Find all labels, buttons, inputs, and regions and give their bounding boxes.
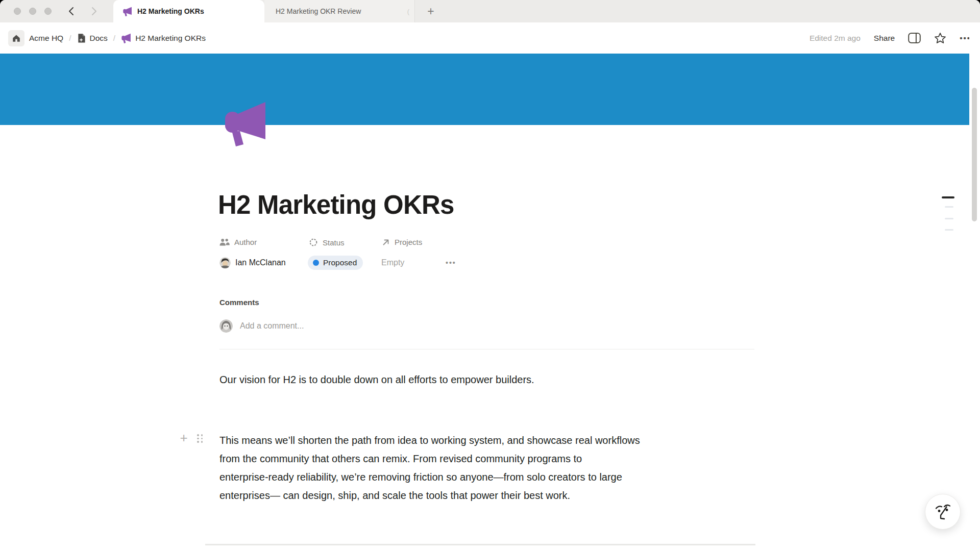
scrollbar-track [969, 22, 980, 551]
breadcrumb-item-workspace[interactable]: Acme HQ [29, 34, 63, 43]
outline-indicator[interactable] [945, 218, 953, 219]
megaphone-icon [121, 33, 131, 43]
breadcrumb-separator: / [68, 34, 72, 43]
outline-indicator-active[interactable] [942, 196, 954, 198]
app-window: H2 Marketing OKRs H2 Marketing OKR Revie… [0, 0, 980, 551]
comment-input-row[interactable]: Add a comment... [219, 319, 304, 333]
traffic-light-close[interactable] [14, 8, 21, 15]
toggle-sidebar-button[interactable] [908, 33, 921, 43]
drag-handle-icon[interactable] [197, 434, 204, 444]
comment-input-placeholder: Add a comment... [240, 321, 304, 331]
scrollbar-thumb[interactable] [972, 88, 977, 221]
property-value-author[interactable]: Ian McClanan [219, 255, 286, 270]
breadcrumb-separator: / [112, 34, 116, 43]
side-panel-icon [908, 33, 921, 43]
chevron-left-icon [67, 6, 76, 16]
page-title[interactable]: H2 Marketing OKRs [218, 190, 454, 220]
section-divider [219, 349, 754, 349]
author-avatar [219, 257, 231, 268]
ai-face-icon [933, 502, 953, 522]
people-icon [219, 238, 230, 246]
breadcrumb: Acme HQ / Docs / [8, 22, 206, 54]
outline-indicator[interactable] [945, 229, 953, 231]
forward-button[interactable] [87, 4, 101, 18]
favorite-button[interactable] [934, 32, 946, 44]
paragraph-vision[interactable]: Our vision for H2 is to double down on a… [219, 372, 754, 387]
arrow-up-right-icon [382, 238, 390, 246]
ai-assistant-button[interactable] [925, 494, 961, 530]
back-button[interactable] [64, 4, 79, 18]
star-icon [934, 32, 946, 44]
chevron-right-icon [89, 6, 99, 16]
add-block-button[interactable]: + [178, 432, 190, 444]
top-bar-actions: Edited 2m ago Share ••• [810, 22, 971, 54]
home-button[interactable] [8, 30, 24, 46]
traffic-light-minimize[interactable] [29, 8, 36, 15]
property-label-projects[interactable]: Projects [382, 238, 422, 246]
megaphone-icon [122, 7, 132, 16]
property-label-author[interactable]: Author [219, 238, 257, 246]
share-button[interactable]: Share [874, 34, 895, 43]
property-label-status[interactable]: Status [309, 238, 345, 247]
document-icon [77, 33, 86, 43]
traffic-light-zoom[interactable] [44, 8, 52, 15]
paragraph-details[interactable]: This means we’ll shorten the path from i… [219, 431, 749, 505]
home-icon [12, 34, 21, 43]
divider-block [205, 544, 755, 545]
edited-timestamp: Edited 2m ago [810, 34, 861, 43]
property-value-status[interactable]: Proposed [308, 255, 363, 270]
comments-heading: Comments [219, 298, 259, 307]
property-more-button[interactable]: ••• [446, 255, 456, 270]
breadcrumb-item-page[interactable]: H2 Marketing OKRs [121, 33, 206, 43]
status-spinner-icon [309, 238, 318, 247]
status-badge[interactable]: Proposed [308, 256, 363, 270]
outline-indicator[interactable] [945, 206, 953, 208]
breadcrumb-item-docs[interactable]: Docs [77, 33, 108, 43]
commenter-avatar [219, 319, 233, 333]
property-value-projects[interactable]: Empty [381, 255, 404, 270]
status-dot [313, 260, 319, 266]
page-body: H2 Marketing OKRs Author Status Projects [219, 0, 754, 551]
tab-label: H2 Marketing OKRs [137, 7, 204, 15]
